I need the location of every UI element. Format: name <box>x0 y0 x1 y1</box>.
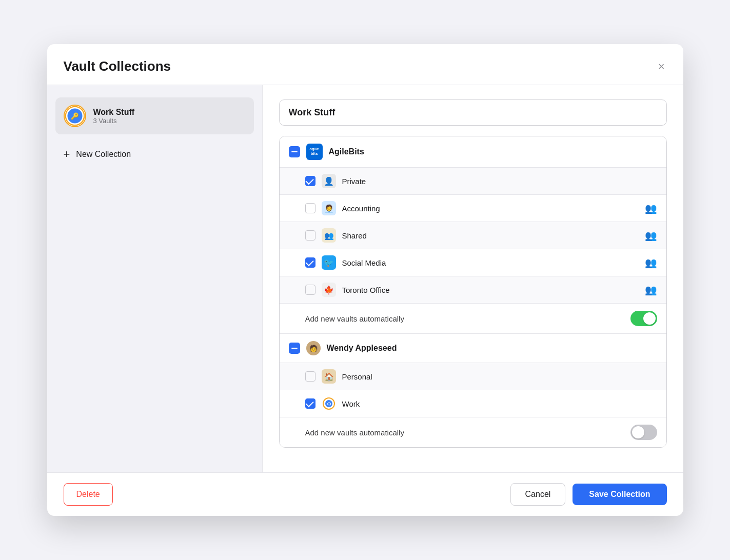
svg-text:🔑: 🔑 <box>71 112 79 121</box>
vault-row-work: ⚙ Work <box>280 390 666 417</box>
collapse-agilebits-button[interactable] <box>289 146 300 157</box>
people-icon-accounting: 👥 <box>645 203 657 214</box>
agilebits-account-name: AgileBits <box>329 147 657 156</box>
vault-row-personal: 🏠 Personal <box>280 363 666 390</box>
sidebar-collection-item[interactable]: 🔑 Work Stuff 3 Vaults <box>55 97 254 134</box>
delete-button[interactable]: Delete <box>64 483 113 506</box>
cancel-button[interactable]: Cancel <box>510 483 566 506</box>
wendy-account-name: Wendy Appleseed <box>327 344 657 353</box>
vault-icon-social-media: 🐦 <box>322 255 336 270</box>
new-collection-button[interactable]: + New Collection <box>55 143 254 166</box>
svg-text:👥: 👥 <box>324 231 333 241</box>
svg-text:🏠: 🏠 <box>324 372 333 382</box>
people-icon-toronto: 👥 <box>645 284 657 296</box>
collection-item-vault-count: 3 Vaults <box>93 117 135 125</box>
modal-title: Vault Collections <box>64 58 171 74</box>
auto-add-toggle-wendy[interactable] <box>630 425 657 440</box>
vault-checkbox-toronto[interactable] <box>305 285 315 295</box>
modal-header: Vault Collections × <box>47 44 683 85</box>
vault-name-accounting: Accounting <box>342 204 639 213</box>
collection-info: Work Stuff 3 Vaults <box>93 108 135 125</box>
vault-checkbox-shared[interactable] <box>305 230 315 241</box>
vault-name-private: Private <box>342 177 657 186</box>
vault-checkbox-social-media[interactable] <box>305 257 315 268</box>
toggle-knob-wendy <box>632 426 644 438</box>
close-button[interactable]: × <box>656 59 667 74</box>
modal-body: 🔑 Work Stuff 3 Vaults + New Collection <box>47 85 683 472</box>
vault-name-social-media: Social Media <box>342 258 639 267</box>
vault-icon-toronto: 🍁 <box>322 283 336 297</box>
wendy-avatar-icon: 🧑 <box>306 341 321 355</box>
vault-row-private: 👤 Private <box>280 168 666 194</box>
svg-text:⚙: ⚙ <box>326 401 331 407</box>
collection-name-input[interactable] <box>279 99 667 126</box>
modal-footer: Delete Cancel Save Collection <box>47 472 683 516</box>
vault-checkbox-accounting[interactable] <box>305 203 315 213</box>
auto-add-toggle-agilebits[interactable] <box>630 311 657 326</box>
vault-row-shared: 👥 Shared 👥 <box>280 222 666 249</box>
collection-item-name: Work Stuff <box>93 108 135 117</box>
agilebits-logo-icon: agilebits <box>306 144 323 160</box>
svg-text:🐦: 🐦 <box>324 258 334 268</box>
svg-text:👤: 👤 <box>324 176 334 186</box>
collection-avatar: 🔑 <box>64 105 86 127</box>
account-row-agilebits: agilebits AgileBits <box>280 136 666 167</box>
collapse-wendy-button[interactable] <box>289 343 300 354</box>
vault-icon-shared: 👥 <box>322 228 336 243</box>
people-icon-shared: 👥 <box>645 230 657 242</box>
vault-checkbox-work[interactable] <box>305 398 315 409</box>
vault-icon-personal: 🏠 <box>322 369 336 384</box>
main-content: agilebits AgileBits 👤 Private <box>263 85 683 472</box>
auto-add-row-agilebits: Add new vaults automatically <box>280 304 666 333</box>
vault-icon-work: ⚙ <box>322 396 336 411</box>
svg-text:🧑‍💼: 🧑‍💼 <box>324 204 333 213</box>
vault-icon-private: 👤 <box>322 174 336 188</box>
vault-name-work: Work <box>342 399 657 408</box>
vault-icon-accounting: 🧑‍💼 <box>322 201 336 215</box>
auto-add-label-agilebits: Add new vaults automatically <box>305 314 630 323</box>
save-collection-button[interactable]: Save Collection <box>573 484 666 505</box>
vaults-panel: agilebits AgileBits 👤 Private <box>279 136 667 448</box>
vault-name-personal: Personal <box>342 372 657 381</box>
vault-row-accounting: 🧑‍💼 Accounting 👥 <box>280 195 666 222</box>
auto-add-label-wendy: Add new vaults automatically <box>305 428 630 437</box>
toggle-knob <box>643 312 656 325</box>
svg-text:🧑: 🧑 <box>309 344 318 353</box>
vault-collections-modal: Vault Collections × 🔑 Work Stuff 3 Vault… <box>47 44 683 516</box>
auto-add-row-wendy: Add new vaults automatically <box>280 417 666 447</box>
svg-text:🍁: 🍁 <box>324 285 334 295</box>
people-icon-social-media: 👥 <box>645 257 657 269</box>
plus-icon: + <box>64 148 70 161</box>
vault-name-toronto: Toronto Office <box>342 286 639 294</box>
new-collection-label: New Collection <box>76 150 131 159</box>
vault-checkbox-private[interactable] <box>305 176 315 186</box>
vault-checkbox-personal[interactable] <box>305 371 315 382</box>
vault-row-social-media: 🐦 Social Media 👥 <box>280 249 666 276</box>
vault-name-shared: Shared <box>342 231 639 240</box>
account-row-wendy: 🧑 Wendy Appleseed <box>280 334 666 363</box>
vault-row-toronto: 🍁 Toronto Office 👥 <box>280 276 666 303</box>
sidebar: 🔑 Work Stuff 3 Vaults + New Collection <box>47 85 263 472</box>
